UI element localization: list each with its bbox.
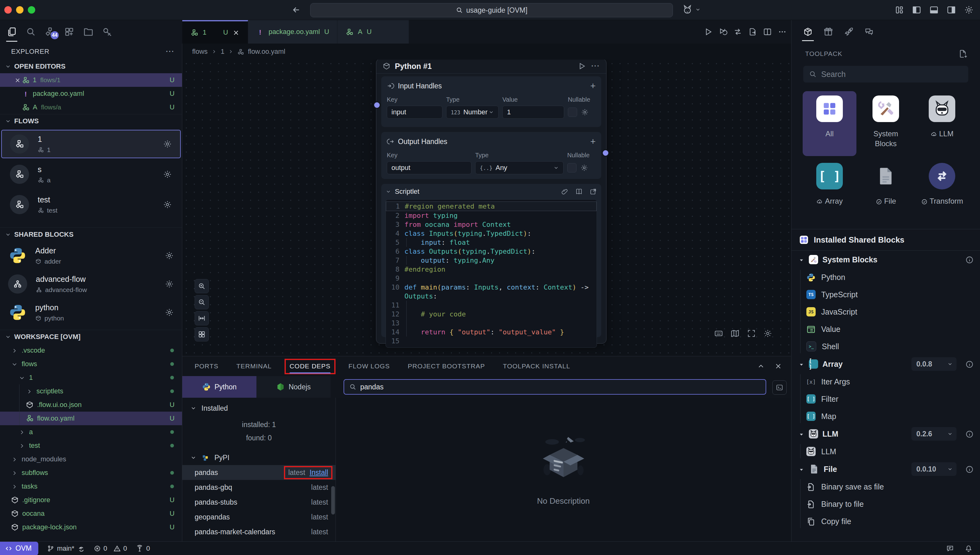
tab-store[interactable] — [822, 22, 834, 41]
panel-tab-code-deps[interactable]: CODE DEPS — [290, 356, 331, 376]
tree-item-tasks[interactable]: tasks — [0, 480, 182, 493]
flow-card[interactable]: 1 1 — [1, 130, 181, 158]
version-select[interactable]: 0.0.10 — [911, 462, 956, 476]
block-item-map[interactable]: [ ] Map — [802, 407, 980, 425]
explorer-more-icon[interactable]: ··· — [166, 48, 175, 56]
block-item-javascript[interactable]: JS JavaScript — [802, 303, 980, 321]
editor-tab-A[interactable]: A U — [337, 20, 409, 43]
toolpack-category-file[interactable]: File — [859, 159, 913, 223]
shared-blocks-section-header[interactable]: SHARED BLOCKS — [0, 228, 182, 241]
assistant-menu[interactable] — [682, 4, 701, 15]
compare-icon[interactable] — [733, 27, 742, 36]
output-settings-gear-icon[interactable] — [580, 164, 588, 172]
panel-tab-project-bootstrap[interactable]: PROJECT BOOTSTRAP — [408, 356, 485, 376]
command-center-search[interactable]: usage-guide [OVM] — [310, 3, 673, 17]
workspace-section-header[interactable]: WORKSPACE [OVM] — [0, 330, 182, 343]
tree-item-node_modules[interactable]: node_modules — [0, 452, 182, 466]
block-settings-gear-icon[interactable] — [165, 279, 174, 289]
toolpack-category-llm[interactable]: LLM — [915, 91, 969, 156]
settings-gear-icon[interactable] — [964, 5, 974, 15]
run-node-icon[interactable] — [578, 62, 586, 70]
flow-canvas[interactable]: Python #1 ··· Input Handles + Key Type V… — [182, 59, 791, 356]
activity-secrets-view[interactable] — [101, 24, 114, 40]
python-node[interactable]: Python #1 ··· Input Handles + Key Type V… — [376, 59, 607, 343]
zoom-in-button[interactable] — [195, 279, 209, 293]
tree-item-flows[interactable]: flows — [0, 357, 182, 371]
tree-item-.flow.ui.oo.json[interactable]: .flow.ui.oo.json U — [0, 398, 182, 412]
editor-tab-1[interactable]: 1 U — [182, 20, 248, 43]
block-item-shell[interactable]: >_ Shell — [802, 338, 980, 355]
block-settings-gear-icon[interactable] — [165, 251, 174, 260]
input-connector-handle[interactable] — [373, 101, 381, 109]
tab-toolpack[interactable] — [802, 22, 814, 41]
fit-view-button[interactable] — [195, 311, 209, 326]
output-key-field[interactable]: output — [387, 161, 471, 174]
ports-status[interactable]: 0 — [136, 544, 150, 553]
activity-global-search[interactable] — [25, 24, 37, 40]
minimap-toggle-icon[interactable] — [712, 327, 725, 340]
block-item-iter-args[interactable]: [x] Iter Args — [802, 373, 980, 390]
tree-item-oocana[interactable]: oocana U — [0, 507, 182, 520]
package-row[interactable]: geopandas latest — [182, 510, 336, 525]
activity-projects-view[interactable] — [82, 24, 94, 40]
minimize-window-button[interactable] — [16, 6, 24, 14]
toolpack-category-system-blocks[interactable]: System Blocks — [859, 91, 913, 156]
block-item-python[interactable]: Python — [802, 268, 980, 286]
pypi-section-header[interactable]: PyPI — [182, 450, 336, 465]
notifications-bell-icon[interactable] — [964, 544, 973, 553]
add-output-handle-button[interactable]: + — [590, 136, 596, 147]
tree-item-flow.oo.yaml[interactable]: flow.oo.yaml U — [0, 412, 182, 425]
zoom-out-button[interactable] — [195, 295, 209, 310]
breadcrumb-item[interactable]: flows — [192, 48, 208, 56]
shared-block-card[interactable]: python python — [0, 298, 182, 327]
dependency-search-input[interactable]: pandas — [344, 379, 766, 395]
open-editor-item[interactable]: A flows/a U — [0, 100, 182, 114]
info-icon[interactable] — [965, 464, 974, 474]
block-item-typescript[interactable]: TS TypeScript — [802, 286, 980, 303]
chevron-down-icon[interactable] — [386, 189, 391, 194]
block-settings-gear-icon[interactable] — [165, 308, 174, 317]
breadcrumb-file[interactable]: flow.oo.yaml — [248, 48, 285, 56]
toolpack-category-all[interactable]: All — [803, 91, 857, 156]
flow-card[interactable]: s a — [1, 160, 181, 189]
output-nullable-checkbox[interactable] — [567, 163, 576, 172]
tab-chat[interactable] — [863, 22, 875, 41]
toolpack-category-transform[interactable]: Transform — [915, 159, 969, 223]
install-link[interactable]: Install — [309, 468, 328, 477]
input-key-field[interactable]: input — [387, 106, 442, 119]
block-group-file[interactable]: File 0.0.10 — [791, 460, 980, 478]
package-row[interactable]: pandas-market-calendars latest — [182, 525, 336, 539]
toggle-left-sidebar-icon[interactable] — [912, 5, 921, 14]
version-select[interactable]: 0.0.8 — [911, 357, 956, 371]
input-nullable-checkbox[interactable] — [568, 107, 577, 117]
output-connector-handle[interactable] — [602, 149, 609, 157]
lang-tab-python[interactable]: Python — [182, 376, 256, 398]
open-editors-header[interactable]: OPEN EDITORS — [0, 59, 182, 73]
block-item-filter[interactable]: [ ] Filter — [802, 390, 980, 407]
open-editor-item[interactable]: 1 flows/1 U — [0, 73, 182, 87]
run-flow-icon[interactable] — [704, 27, 713, 36]
tree-item-subflows[interactable]: subflows — [0, 466, 182, 480]
tree-item-scriptlets[interactable]: scriptlets — [0, 384, 182, 398]
output-type-select[interactable]: {..}Any — [475, 161, 564, 174]
block-item-value[interactable]: Value — [802, 321, 980, 338]
rerun-flow-icon[interactable] — [719, 27, 727, 36]
new-toolpack-icon[interactable] — [958, 49, 968, 58]
feedback-icon[interactable] — [946, 544, 954, 553]
maximize-window-button[interactable] — [28, 6, 35, 14]
block-item-binary-save-as-file[interactable]: Binary save as file — [802, 478, 980, 496]
input-settings-gear-icon[interactable] — [581, 108, 589, 116]
tree-item-test[interactable]: test — [0, 439, 182, 452]
lang-tab-nodejs[interactable]: Nodejs — [256, 376, 331, 398]
flow-settings-gear-icon[interactable] — [163, 170, 172, 179]
toolpack-search-input[interactable]: Search — [803, 66, 968, 82]
shared-block-card[interactable]: Adder adder — [0, 241, 182, 270]
git-branch-status[interactable]: main* — [47, 544, 85, 553]
node-header[interactable]: Python #1 ··· — [376, 59, 606, 74]
input-value-field[interactable]: 1 — [502, 106, 564, 119]
more-actions-icon[interactable] — [778, 27, 786, 36]
customize-layout-icon[interactable] — [895, 5, 904, 14]
activity-files-explorer[interactable] — [6, 24, 18, 40]
canvas-settings-gear-icon[interactable] — [761, 327, 774, 340]
attach-icon[interactable] — [561, 188, 568, 195]
